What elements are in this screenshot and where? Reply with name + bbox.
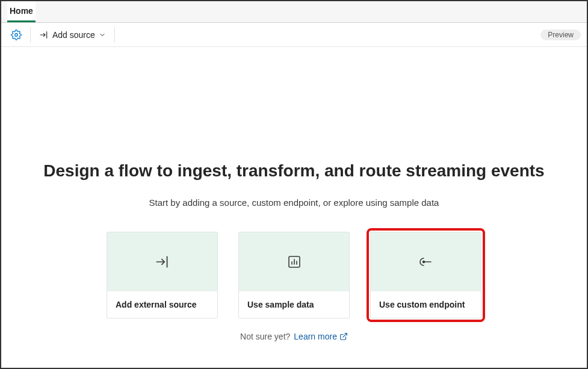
tab-home-label: Home [10,6,33,16]
learn-more-link-label: Learn more [294,332,337,341]
card-use-sample-data[interactable]: Use sample data [238,232,350,318]
card-icon-area [107,232,217,291]
hero-title: Design a flow to ingest, transform, and … [43,161,544,181]
settings-button[interactable] [7,26,25,44]
gear-icon [11,29,22,40]
card-label: Add external source [107,291,217,318]
learn-more-prompt: Not sure yet? [240,332,290,341]
svg-point-6 [422,261,424,263]
cards-row: Add external source Use sample data [107,232,481,318]
chevron-down-icon [99,31,106,39]
card-add-external-source[interactable]: Add external source [107,232,218,318]
svg-point-0 [15,33,18,36]
card-label: Use sample data [239,291,349,318]
enter-icon [155,254,170,270]
toolbar-divider [114,27,115,43]
endpoint-icon [419,255,433,269]
svg-line-7 [343,333,347,337]
learn-more-link[interactable]: Learn more [294,332,348,341]
preview-badge-label: Preview [548,31,574,39]
card-icon-area [239,232,349,291]
card-label: Use custom endpoint [371,291,481,318]
bar-chart-icon [287,255,302,269]
tab-home[interactable]: Home [7,1,36,22]
preview-badge: Preview [540,29,581,40]
add-source-button[interactable]: Add source [36,26,110,44]
add-source-label: Add source [52,30,95,40]
enter-icon [39,30,49,40]
command-bar: Add source Preview [1,23,587,47]
hero-subtitle: Start by adding a source, custom endpoin… [149,197,439,208]
external-link-icon [339,332,348,341]
card-use-custom-endpoint[interactable]: Use custom endpoint [370,232,481,318]
tab-strip: Home [1,1,587,23]
learn-more-row: Not sure yet? Learn more [240,332,348,341]
card-icon-area [371,232,481,291]
hero: Design a flow to ingest, transform, and … [1,47,587,341]
toolbar-divider [30,27,31,43]
